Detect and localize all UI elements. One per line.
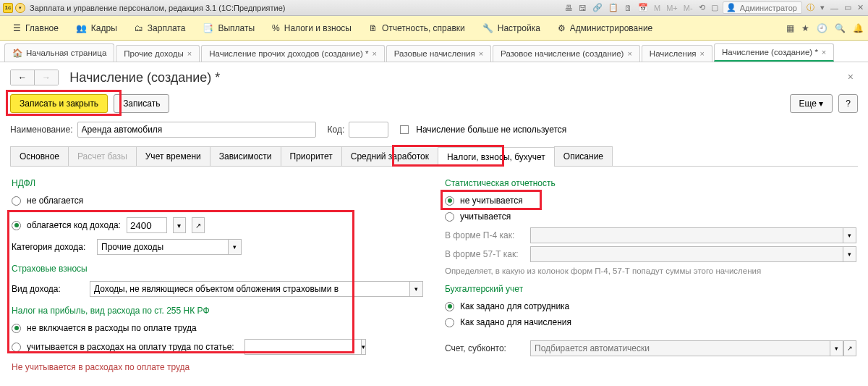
user-menu[interactable]: 👤 Администратор bbox=[723, 1, 802, 14]
p4-label: В форме П-4 как: bbox=[445, 230, 524, 240]
bell-icon[interactable]: 🔔 bbox=[853, 23, 864, 33]
sec-stat: Статистическая отчетность bbox=[445, 178, 856, 188]
search-icon[interactable]: 🔍 bbox=[835, 23, 846, 33]
app-logo: 1c bbox=[3, 3, 13, 13]
grid-icon[interactable]: ▦ bbox=[786, 23, 794, 33]
itab-main[interactable]: Основное bbox=[10, 146, 69, 166]
print-icon[interactable]: 🖶 bbox=[563, 4, 574, 12]
close-icon[interactable]: × bbox=[822, 48, 826, 56]
radio-ndfl-notax[interactable] bbox=[12, 196, 21, 206]
nav-arrows: ← → bbox=[10, 70, 59, 85]
main-menu: ☰ Главное 👥 Кадры 🗂 Зарплата 📑 Выплаты %… bbox=[0, 16, 868, 41]
pt-article-dd[interactable]: ▾ bbox=[362, 339, 366, 355]
sec-acc: Бухгалтерский учет bbox=[445, 284, 856, 294]
menu-main[interactable]: ☰ Главное bbox=[4, 19, 67, 38]
menu-taxes[interactable]: % Налоги и взносы bbox=[263, 19, 360, 38]
close-icon[interactable]: × bbox=[372, 49, 376, 58]
acc-input bbox=[530, 340, 830, 356]
close-icon[interactable]: × bbox=[627, 49, 631, 58]
left-column: НДФЛ не облагается облагается код дохода… bbox=[12, 175, 423, 372]
tab-onetime-create[interactable]: Разовое начисление (создание) × bbox=[493, 45, 640, 62]
star-icon[interactable]: ★ bbox=[801, 23, 809, 33]
history-icon[interactable]: 🕘 bbox=[817, 23, 827, 33]
document-tabs: 🏠 Начальная страница Прочие доходы × Нач… bbox=[0, 41, 868, 62]
caret-icon[interactable]: ▾ bbox=[819, 3, 826, 12]
income-type-dd[interactable]: ▾ bbox=[410, 281, 423, 297]
m-gray[interactable]: M bbox=[652, 4, 662, 12]
inner-tabs: Основное Расчет базы Учет времени Зависи… bbox=[10, 146, 858, 167]
itab-time[interactable]: Учет времени bbox=[136, 146, 210, 166]
menu-payments[interactable]: 📑 Выплаты bbox=[194, 19, 263, 38]
acc-open: ↗ bbox=[843, 340, 856, 356]
p57-label: В форме 57-Т как: bbox=[445, 249, 524, 259]
window-icon[interactable]: ▢ bbox=[710, 3, 720, 12]
menu-reports[interactable]: 🗎 Отчетность, справки bbox=[360, 19, 474, 38]
nav-fwd[interactable]: → bbox=[35, 70, 58, 85]
p57-input bbox=[530, 246, 843, 262]
tab-accruals[interactable]: Начисления × bbox=[642, 45, 712, 62]
name-label: Наименование: bbox=[10, 125, 73, 135]
calc-icon[interactable]: 🗓 bbox=[623, 4, 634, 12]
close-panel-icon[interactable]: × bbox=[848, 71, 854, 83]
radio-acc-accr[interactable] bbox=[445, 318, 454, 327]
maximize-icon[interactable]: ▭ bbox=[843, 3, 853, 12]
p4-input bbox=[530, 227, 843, 243]
save-icon[interactable]: 🖫 bbox=[577, 4, 588, 12]
radio-acc-emp[interactable] bbox=[445, 302, 454, 311]
more-button[interactable]: Еще ▾ bbox=[790, 94, 833, 113]
window-titlebar: 1c ▾ Зарплата и управление персоналом, р… bbox=[0, 0, 868, 16]
acc-dd: ▾ bbox=[830, 340, 843, 356]
clip-icon[interactable]: 📋 bbox=[607, 3, 620, 12]
menu-admin[interactable]: ⚙ Администрирование bbox=[549, 19, 661, 38]
acc-label: Счет, субконто: bbox=[445, 343, 524, 353]
p57-dd: ▾ bbox=[843, 246, 856, 262]
m-minus[interactable]: M- bbox=[682, 4, 694, 12]
note-not-expense: Не учитывается в расходах по оплате труд… bbox=[12, 362, 423, 372]
close-icon[interactable]: × bbox=[700, 49, 705, 58]
help-button[interactable]: ? bbox=[838, 94, 858, 113]
right-column: Статистическая отчетность не учитывается… bbox=[445, 175, 856, 372]
itab-deps[interactable]: Зависимости bbox=[210, 146, 281, 166]
not-used-label: Начисление больше не используется bbox=[416, 125, 566, 135]
link-icon[interactable]: 🔗 bbox=[591, 3, 604, 12]
tab-other-income[interactable]: Прочие доходы × bbox=[116, 45, 200, 62]
name-input[interactable] bbox=[77, 122, 316, 138]
p4-dd: ▾ bbox=[843, 227, 856, 243]
code-input[interactable] bbox=[349, 122, 388, 138]
close-icon[interactable]: × bbox=[479, 49, 483, 58]
tab-onetime[interactable]: Разовые начисления × bbox=[386, 45, 491, 62]
tab-other-income-create[interactable]: Начисление прочих доходов (создание) * × bbox=[201, 45, 385, 62]
page-title: Начисление (создание) * bbox=[69, 70, 220, 85]
app-title: Зарплата и управление персоналом, редакц… bbox=[30, 4, 285, 12]
itab-priority[interactable]: Приоритет bbox=[281, 146, 342, 166]
info-icon[interactable]: ⓘ bbox=[805, 2, 816, 13]
close-icon[interactable]: × bbox=[187, 49, 192, 58]
m-plus[interactable]: M+ bbox=[665, 4, 679, 12]
not-used-checkbox[interactable] bbox=[400, 125, 409, 134]
code-label: Код: bbox=[328, 125, 345, 135]
close-window-icon[interactable]: ✕ bbox=[856, 3, 865, 12]
itab-base: Расчет базы bbox=[68, 146, 137, 166]
radio-stat-yes[interactable] bbox=[445, 212, 454, 222]
calendar-icon[interactable]: 📅 bbox=[637, 3, 650, 12]
nav-back[interactable]: ← bbox=[11, 70, 35, 85]
refresh-icon[interactable]: ⟲ bbox=[697, 3, 707, 12]
save-button[interactable]: Записать bbox=[114, 94, 169, 113]
stat-help: Определяет, в какую из колонок форм П-4,… bbox=[445, 265, 856, 277]
menu-settings[interactable]: 🔧 Настройка bbox=[474, 19, 549, 38]
app-dropdown[interactable]: ▾ bbox=[15, 3, 25, 13]
menu-hr[interactable]: 👥 Кадры bbox=[67, 19, 126, 38]
itab-desc[interactable]: Описание bbox=[554, 146, 613, 166]
tab-accrual-create[interactable]: Начисление (создание) * × bbox=[714, 43, 834, 62]
menu-salary[interactable]: 🗂 Зарплата bbox=[126, 19, 195, 38]
page-content: × ← → Начисление (создание) * Записать и… bbox=[0, 62, 868, 381]
sec-ndfl: НДФЛ bbox=[12, 178, 423, 188]
minimize-icon[interactable]: — bbox=[829, 4, 840, 12]
tab-home[interactable]: 🏠 Начальная страница bbox=[4, 43, 114, 62]
